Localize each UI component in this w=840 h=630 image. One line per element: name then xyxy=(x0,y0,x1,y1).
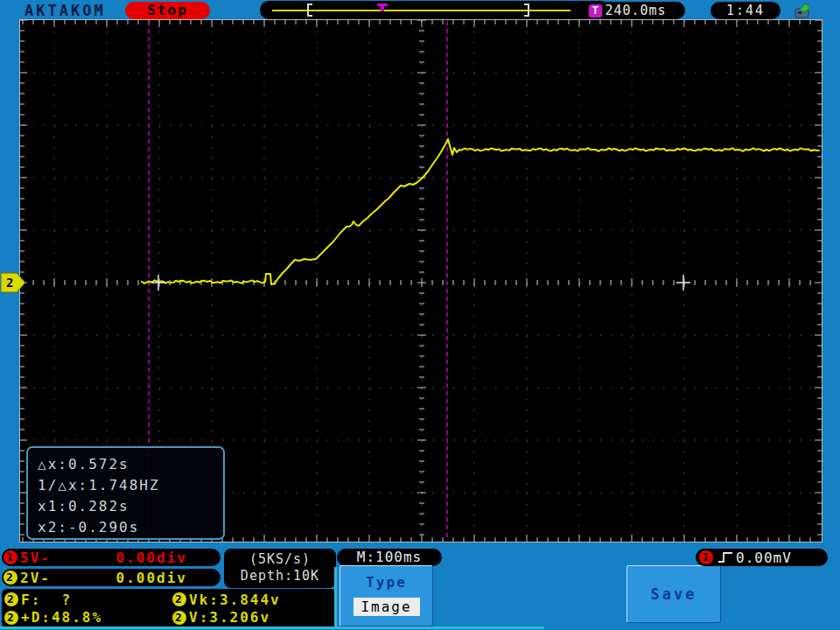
app-root: AKTAKOM Stop T 240.0ms 1:44 △x:0.572s 1/… xyxy=(0,0,840,630)
ch2-badge: 2 xyxy=(172,592,186,606)
ch1-badge: 1 xyxy=(699,550,713,564)
ch1-position: 0.00div xyxy=(116,550,187,566)
acquisition-info: (5KS/s) Depth:10K xyxy=(224,549,336,588)
measurement-v: 2 V:3.206v xyxy=(172,609,336,627)
ch2-badge: 2 xyxy=(4,611,18,625)
type-menu-label: Type xyxy=(340,574,432,591)
timebase-readout: M:100ms xyxy=(337,549,442,566)
cursor-inverse-delta-x: 1/△x:1.748HZ xyxy=(38,475,223,496)
memory-depth: Depth:10K xyxy=(224,568,336,584)
sample-rate: (5KS/s) xyxy=(224,551,336,568)
ch2-position-marker[interactable]: 2 xyxy=(1,272,27,293)
ch2-badge: 2 xyxy=(4,592,18,606)
trigger-position-bar[interactable] xyxy=(260,1,610,19)
trigger-level-value: 0.00mV xyxy=(736,550,792,566)
measurement-panel: 2 F: ? 2 Vk:3.844v 2 +D:48.8% 2 V:3.206v xyxy=(2,589,336,628)
ch2-badge: 2 xyxy=(4,570,18,584)
cursor-x1: x1:0.282s xyxy=(38,496,223,517)
menu-separator xyxy=(334,567,337,626)
brand-label: AKTAKOM xyxy=(24,2,106,19)
trigger-delay-value: 240.0ms xyxy=(605,3,666,18)
channel1-status: 1 5V- 0.00div xyxy=(2,549,220,566)
ch2-badge: 2 xyxy=(172,611,186,625)
trigger-t-icon: T xyxy=(589,4,602,18)
ch2-position: 0.00div xyxy=(116,570,187,586)
trigger-level-readout: 1 0.00mV xyxy=(696,549,828,566)
save-button[interactable]: Save xyxy=(626,565,721,623)
svg-text:2: 2 xyxy=(6,276,13,290)
measurement-vk: 2 Vk:3.844v xyxy=(172,591,336,609)
trigger-delay-readout: T 240.0ms xyxy=(570,2,685,19)
save-type-menu[interactable]: Type Image xyxy=(340,565,433,626)
ch2-scale: 2V- xyxy=(20,570,51,586)
ch1-scale: 5V- xyxy=(20,550,51,566)
measurement-frequency: 2 F: ? xyxy=(4,591,172,609)
cursor-x2: x2:-0.290s xyxy=(38,517,223,538)
clock-readout: 1:44 xyxy=(710,2,780,19)
ch1-badge: 1 xyxy=(4,550,18,564)
bottom-separator xyxy=(0,626,544,629)
cursor-delta-x: △x:0.572s xyxy=(38,454,223,475)
cursor-measurement-panel: △x:0.572s 1/△x:1.748HZ x1:0.282s x2:-0.2… xyxy=(26,446,225,540)
channel2-status: 2 2V- 0.00div xyxy=(2,569,220,586)
usb-icon xyxy=(793,3,814,19)
type-menu-value[interactable]: Image xyxy=(354,598,420,616)
rising-edge-icon xyxy=(718,550,734,564)
waveform-display: △x:0.572s 1/△x:1.748HZ x1:0.282s x2:-0.2… xyxy=(19,19,822,542)
acquisition-status-badge: Stop xyxy=(125,2,210,19)
measurement-duty: 2 +D:48.8% xyxy=(4,609,172,627)
trigger-position-bar-graphic xyxy=(260,1,610,19)
